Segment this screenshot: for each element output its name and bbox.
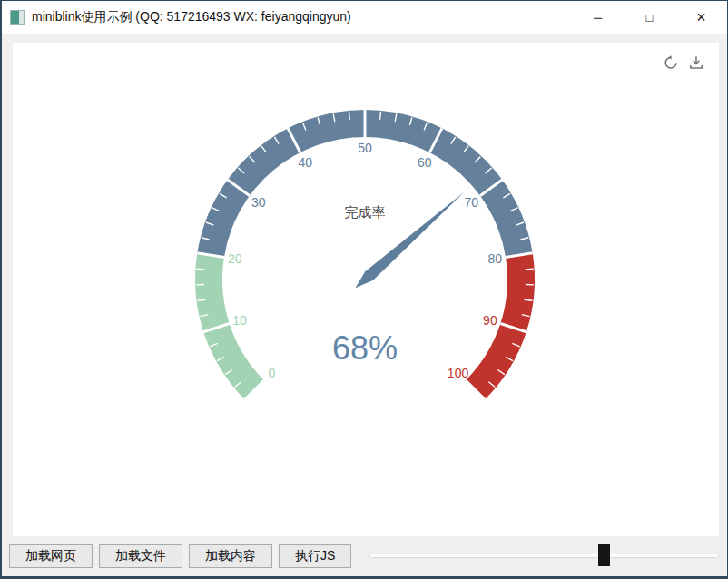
minimize-button[interactable]: ─ bbox=[572, 1, 624, 34]
gauge-detail-value: 68% bbox=[251, 328, 478, 369]
close-button[interactable]: × bbox=[675, 1, 727, 34]
app-window: miniblink使用示例 (QQ: 517216493 WX: feiyang… bbox=[0, 0, 728, 579]
svg-text:10: 10 bbox=[232, 313, 247, 328]
window-title: miniblink使用示例 (QQ: 517216493 WX: feiyang… bbox=[32, 9, 351, 25]
svg-text:90: 90 bbox=[483, 313, 497, 328]
chart-toolbox bbox=[663, 54, 704, 71]
gauge-chart: 0102030405060708090100 bbox=[13, 43, 719, 536]
title-bar: miniblink使用示例 (QQ: 517216493 WX: feiyang… bbox=[2, 1, 727, 34]
execute-js-button[interactable]: 执行JS bbox=[279, 544, 351, 568]
maximize-button[interactable]: □ bbox=[624, 1, 675, 34]
load-file-button[interactable]: 加载文件 bbox=[99, 544, 182, 568]
app-icon bbox=[10, 10, 25, 25]
svg-text:30: 30 bbox=[251, 195, 266, 210]
restore-button[interactable] bbox=[663, 54, 679, 71]
save-image-button[interactable] bbox=[688, 54, 704, 71]
svg-text:60: 60 bbox=[418, 155, 432, 170]
gauge-title: 完成率 bbox=[274, 202, 456, 222]
download-icon bbox=[688, 54, 704, 71]
load-content-button[interactable]: 加载内容 bbox=[189, 544, 272, 568]
chart-panel: 0102030405060708090100 完成率 68% bbox=[13, 43, 719, 536]
svg-text:80: 80 bbox=[487, 251, 502, 266]
bottom-toolbar: 加载网页 加载文件 加载内容 执行JS bbox=[9, 544, 351, 568]
value-slider[interactable] bbox=[369, 554, 719, 558]
slider-handle[interactable] bbox=[598, 544, 610, 566]
load-webpage-button[interactable]: 加载网页 bbox=[9, 544, 93, 568]
svg-text:50: 50 bbox=[358, 141, 372, 155]
window-controls: ─ □ × bbox=[572, 1, 727, 34]
svg-text:70: 70 bbox=[465, 195, 479, 210]
svg-text:20: 20 bbox=[228, 251, 242, 266]
refresh-icon bbox=[663, 54, 679, 71]
svg-text:40: 40 bbox=[298, 155, 312, 170]
